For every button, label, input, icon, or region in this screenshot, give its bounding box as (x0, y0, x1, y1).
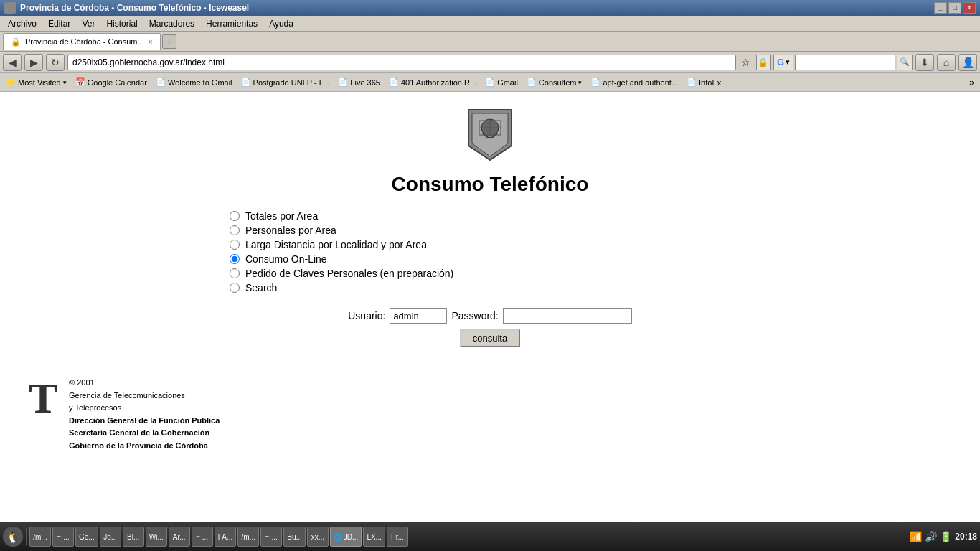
taskbar-app-jo[interactable]: Jo... (100, 527, 121, 547)
taskbar-app-lx[interactable]: LX... (363, 527, 385, 547)
taskbar-app-ar[interactable]: Ar... (169, 527, 190, 547)
taskbar-app-files2[interactable]: /m... (237, 527, 259, 547)
close-button[interactable]: × (963, 2, 976, 14)
taskbar-app-bl[interactable]: Bl... (123, 527, 144, 547)
user-button[interactable]: 👤 (958, 54, 977, 71)
taskbar-app-jd[interactable]: 🌐JD... (330, 527, 362, 547)
address-input[interactable] (67, 55, 736, 70)
browser-content: Consumo Telefónico Totales por Area Pers… (0, 92, 980, 522)
maximize-button[interactable]: □ (948, 2, 961, 14)
bookmarks-overflow-button[interactable]: » (966, 77, 977, 88)
taskbar-app-ge[interactable]: Ge... (75, 527, 98, 547)
footer-line3: Dirección General de la Función Pública (69, 415, 220, 428)
taskbar-app-wi[interactable]: Wi... (146, 527, 167, 547)
bookmark-label: Postgrado UNLP - F... (253, 78, 330, 87)
search-input[interactable] (795, 55, 895, 70)
footer-logo: T (29, 377, 57, 420)
taskbar-app-xx[interactable]: xx... (307, 527, 329, 547)
bookmark-label: apt-get and authent... (603, 78, 678, 87)
page-icon: 📄 (389, 77, 399, 87)
taskbar-right: 📶 🔊 🔋 20:18 (910, 531, 977, 542)
bookmark-most-visited[interactable]: ⭐ Most Visited ▾ (3, 77, 70, 88)
menu-ver[interactable]: Ver (77, 17, 100, 31)
bookmark-401[interactable]: 📄 401 Authorization R... (386, 77, 479, 88)
bookmark-gmail-welcome[interactable]: 📄 Welcome to Gmail (153, 77, 235, 88)
menu-ayuda[interactable]: Ayuda (264, 17, 298, 31)
search-group: G ▾ 🔍 (773, 55, 913, 70)
menu-herramientas[interactable]: Herramientas (201, 17, 263, 31)
bookmark-gmail[interactable]: 📄 Gmail (482, 77, 521, 88)
radio-search[interactable] (230, 283, 240, 293)
taskbar-app-bu[interactable]: Bu... (283, 527, 306, 547)
page-title: Consumo Telefónico (392, 173, 589, 196)
home-button[interactable]: ⌂ (937, 54, 956, 71)
system-tray: 📶 🔊 🔋 (910, 531, 952, 542)
tab-main[interactable]: 🔒 Provincia de Córdoba - Consum... × (3, 33, 161, 50)
network-icon[interactable]: 📶 (910, 531, 922, 542)
audio-icon[interactable]: 🔊 (925, 531, 937, 542)
bookmark-postgrado[interactable]: 📄 Postgrado UNLP - F... (238, 77, 333, 88)
battery-icon[interactable]: 🔋 (940, 531, 952, 542)
search-engine-button[interactable]: G ▾ (773, 55, 793, 70)
menu-editar[interactable]: Editar (43, 17, 75, 31)
app-icon (4, 2, 16, 14)
taskbar-app-fa[interactable]: FA... (215, 527, 237, 547)
taskbar-app-terminal3[interactable]: ~ ... (260, 527, 282, 547)
search-go-button[interactable]: 🔍 (897, 55, 913, 70)
address-bar: ◀ ▶ ↻ ☆ 🔒 G ▾ 🔍 ⬇ ⌂ 👤 (0, 52, 980, 73)
minimize-button[interactable]: _ (934, 2, 947, 14)
bookmark-live365[interactable]: 📄 Live 365 (335, 77, 383, 88)
password-input[interactable] (503, 308, 632, 324)
back-button[interactable]: ◀ (3, 54, 22, 71)
bookmark-consulfem[interactable]: 📄 Consulfem ▾ (524, 77, 585, 88)
bookmark-label: Gmail (497, 78, 518, 87)
star-icon[interactable]: ☆ (739, 55, 753, 70)
bookmark-infoex[interactable]: 📄 InfoEx (684, 77, 724, 88)
menu-options: Totales por Area Personales por Area Lar… (230, 210, 453, 293)
tab-close-button[interactable]: × (149, 38, 153, 46)
start-button[interactable]: 🐧 (3, 527, 23, 547)
window-title: Provincia de Córdoba - Consumo Telefónic… (20, 3, 249, 13)
radio-larga-distancia[interactable] (230, 240, 240, 250)
menu-marcadores[interactable]: Marcadores (144, 17, 199, 31)
most-visited-icon: ⭐ (6, 77, 16, 87)
option-pedido-claves: Pedido de Claves Personales (en preparac… (230, 268, 453, 279)
bookmark-label: Google Calendar (88, 78, 147, 87)
option-pedido-claves-label: Pedido de Claves Personales (en preparac… (245, 268, 453, 279)
taskbar-app-terminal[interactable]: ~ ... (52, 527, 74, 547)
new-tab-button[interactable]: + (162, 34, 176, 49)
page-icon: 📄 (590, 77, 600, 87)
bookmark-google-calendar[interactable]: 📅 Google Calendar (72, 77, 150, 88)
usuario-input[interactable] (390, 308, 447, 324)
option-search: Search (230, 282, 453, 293)
radio-consumo-online[interactable] (230, 254, 240, 264)
footer-line4: Secretaría General de la Gobernación (69, 427, 220, 440)
bookmark-label: 401 Authorization R... (401, 78, 476, 87)
page-logo (465, 106, 515, 166)
option-consumo-online: Consumo On-Line (230, 253, 453, 265)
radio-pedido-claves[interactable] (230, 268, 240, 278)
taskbar-app-files1[interactable]: /m... (29, 527, 51, 547)
forward-button[interactable]: ▶ (24, 54, 43, 71)
taskbar-app-terminal2[interactable]: ~ ... (192, 527, 213, 547)
radio-totales[interactable] (230, 211, 240, 221)
taskbar-app-pr[interactable]: Pr... (387, 527, 408, 547)
download-button[interactable]: ⬇ (915, 54, 934, 71)
footer-line5: Gobierno de la Provincia de Córdoba (69, 440, 220, 453)
reload-button[interactable]: ↻ (46, 54, 65, 71)
password-label: Password: (451, 310, 498, 321)
radio-personales[interactable] (230, 225, 240, 235)
bookmark-aptget[interactable]: 📄 apt-get and authent... (588, 77, 681, 88)
menu-historial[interactable]: Historial (101, 17, 142, 31)
security-icon[interactable]: 🔒 (756, 55, 771, 70)
menu-bar: Archivo Editar Ver Historial Marcadores … (0, 16, 980, 32)
page-divider (14, 362, 966, 362)
page-icon: 📄 (687, 77, 697, 87)
option-totales-label: Totales por Area (245, 210, 318, 222)
option-personales: Personales por Area (230, 225, 453, 236)
menu-archivo[interactable]: Archivo (3, 17, 42, 31)
consulta-button[interactable]: consulta (460, 329, 520, 347)
usuario-label: Usuario: (348, 310, 385, 321)
taskbar-time: 20:18 (955, 532, 977, 542)
page-icon: 📄 (527, 77, 537, 87)
